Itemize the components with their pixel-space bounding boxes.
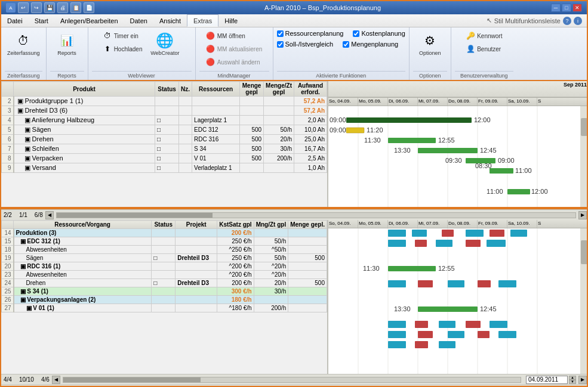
zeiterfassung-btn[interactable]: ⏱ Zeiterfassung	[5, 30, 42, 57]
svg-text:12:45: 12:45	[480, 305, 497, 312]
cell-status-2	[155, 97, 179, 106]
date-up-btn[interactable]: ▲	[569, 376, 576, 380]
cell-rv-26: ▣ Verpackungsanlagen (2)	[14, 296, 152, 304]
auswahl-aendern-btn[interactable]: 🔴 Auswahl ändern	[204, 56, 265, 68]
table-row[interactable]: 7 ▣ Schleifen □ S 34 500 30/h 16,7 Ah	[2, 144, 327, 154]
new-btn[interactable]: 📄	[84, 2, 94, 13]
menu-anlegen[interactable]: Anlegen/Bearbeiten	[54, 14, 124, 27]
kennwort-btn[interactable]: 🔑 Kennwort	[463, 30, 504, 42]
svg-text:09:00: 09:00	[498, 157, 515, 164]
close-btn[interactable]: ✕	[572, 4, 582, 12]
date-nav-input[interactable]	[526, 376, 568, 384]
timer-ein-btn[interactable]: ⏱ Timer ein	[100, 30, 145, 42]
lower-left-pane: Ressource/Vorgang Status Projekt KstSatz…	[1, 220, 328, 374]
col-num-lower	[2, 221, 14, 229]
scroll-right-btn[interactable]: ▶	[578, 211, 587, 219]
col-menge-gepl: Mengegepl	[240, 82, 264, 97]
table-row[interactable]: 2 ▣ Produktgruppe 1 (1) 57,2 Ah	[2, 97, 327, 106]
lower-scroll-right-btn[interactable]: ▶	[578, 376, 587, 384]
cell-produkt-9: ▣ Versand	[14, 163, 155, 173]
cell-nz-7	[179, 144, 192, 154]
webcreator-btn[interactable]: 🌐 WebCreator	[147, 30, 183, 57]
date-down-btn[interactable]: ▼	[569, 380, 576, 384]
svg-text:13:30: 13:30	[394, 147, 411, 154]
soll-istvergleich-check[interactable]: Soll-/Istvergleich	[277, 41, 334, 48]
lower-scroll-track[interactable]	[63, 377, 521, 383]
table-row[interactable]: 4 ▣ Anlieferung Halbzeug □ Lagerplatz 1 …	[2, 116, 327, 125]
kostenplanung-checkbox[interactable]	[353, 30, 359, 37]
menu-daten[interactable]: Daten	[124, 14, 153, 27]
window-title: A-Plan 2010 – Bsp_Produktionsplanung	[94, 4, 551, 11]
menu-start[interactable]: Start	[29, 14, 54, 27]
table-row[interactable]: 3 ▣ Drehteil D3 (6) 57,2 Ah	[2, 106, 327, 116]
menu-extras[interactable]: Extras	[187, 14, 218, 27]
ressourcenplanung-check[interactable]: Ressourcenplanung	[277, 30, 344, 37]
print-btn[interactable]: 🖨	[57, 2, 68, 13]
upper-footer-counts3: 6/8	[35, 212, 43, 218]
minimize-btn[interactable]: ─	[551, 4, 561, 12]
svg-rect-47	[487, 240, 506, 247]
svg-text:09:30: 09:30	[445, 157, 462, 164]
table-row[interactable]: 8 ▣ Verpacken □ V 01 500 200/h 2,5 Ah	[2, 154, 327, 163]
cell-status-8: □	[155, 154, 179, 163]
table-row[interactable]: 25 ▣ S 34 (1) 300 €/h 30/h	[2, 287, 327, 296]
scroll-left-btn[interactable]: ◀	[45, 211, 54, 219]
table-row[interactable]: 5 ▣ Sägen □ EDC 312 500 50/h 10,0 Ah	[2, 125, 327, 135]
col-num-upper	[2, 82, 14, 97]
table-row[interactable]: 26 ▣ Verpackungsanlagen (2) 180 €/h	[2, 296, 327, 304]
hochladen-btn[interactable]: ⬆ Hochladen	[100, 43, 145, 55]
cell-status-3	[155, 106, 179, 116]
ressourcenplanung-checkbox[interactable]	[277, 30, 284, 37]
table-row[interactable]: 23 Abwesenheiten ^200 €/h ^20/h	[2, 271, 327, 279]
row-num-8: 8	[2, 154, 14, 163]
save-btn[interactable]: 💾	[44, 2, 55, 13]
table-row[interactable]: 27 ▣ V 01 (1) ^180 €/h 200/h	[2, 304, 327, 312]
table-row[interactable]: 15 ▣ EDC 312 (1) 250 €/h 50/h	[2, 237, 327, 246]
upper-gantt-pane: Sep 2011 So, 04.09. Mo, 05.09. Di, 06.09…	[328, 81, 588, 207]
svg-rect-63	[490, 321, 507, 328]
undo-btn[interactable]: ↩	[18, 2, 29, 13]
menu-ansicht[interactable]: Ansicht	[153, 14, 187, 27]
nav-row: |◀ ◀ ▶ ▶|	[1, 385, 588, 387]
redo-btn[interactable]: ↪	[31, 2, 42, 13]
table-row[interactable]: 14 Produktion (3) 200 €/h	[2, 229, 327, 237]
mengenplanung-checkbox[interactable]	[343, 41, 349, 48]
soll-istvergleich-checkbox[interactable]	[277, 41, 284, 48]
svg-rect-41	[490, 230, 504, 237]
table-row[interactable]: 24 Drehen □ Drehteil D3 200 €/h 20/h 500	[2, 279, 327, 287]
date-mi-07: Mi, 07.09.	[418, 98, 448, 106]
svg-rect-66	[448, 331, 464, 338]
cell-mng-zt-23: ^20/h	[254, 271, 288, 279]
question-icon[interactable]: ?	[563, 17, 571, 25]
table-row[interactable]: 6 ▣ Drehen □ RDC 316 500 20/h 25,0 Ah	[2, 135, 327, 144]
table-row[interactable]: 18 Abwesenheiten ^250 €/h ^50/h	[2, 246, 327, 254]
svg-rect-38	[412, 230, 427, 237]
menu-hilfe[interactable]: Hilfe	[218, 14, 244, 27]
optionen-btn[interactable]: ⚙ Optionen	[417, 30, 444, 57]
upper-scroll-track[interactable]	[56, 212, 576, 218]
mm-oeffnen-btn[interactable]: 🔴 MM öffnen	[204, 30, 265, 42]
table-row[interactable]: 19 Sägen □ Drehteil D3 250 €/h 50/h 500	[2, 254, 327, 262]
copy-btn[interactable]: 📋	[70, 2, 81, 13]
kostenplanung-check[interactable]: Kostenplanung	[353, 30, 405, 37]
svg-rect-11	[346, 128, 364, 133]
maximize-btn[interactable]: □	[562, 4, 571, 12]
cell-menge-5: 500	[240, 125, 264, 135]
mm-aktualisieren-btn[interactable]: 🔴 MM aktualisieren	[204, 43, 265, 55]
kostenplanung-label: Kostenplanung	[361, 30, 405, 37]
ressourcenplanung-label: Ressourcenplanung	[285, 30, 344, 37]
reports-btn[interactable]: 📊 Reports	[54, 30, 80, 57]
mengenplanung-check[interactable]: Mengenplanung	[343, 41, 398, 48]
menu-datei[interactable]: Datei	[1, 14, 29, 27]
cell-kstsatz-26: 180 €/h	[217, 296, 254, 304]
lower-footer-counts3: 4/6	[41, 376, 50, 383]
cell-mng-zt-26	[254, 296, 288, 304]
lower-date-di-06: Di, 06.09.	[388, 220, 418, 228]
info-icon[interactable]: i	[574, 17, 582, 25]
benutzer-btn[interactable]: 👤 Benutzer	[463, 43, 504, 55]
table-row[interactable]: 9 ▣ Versand □ Verladeplatz 1 1,0 Ah	[2, 163, 327, 173]
svg-rect-51	[388, 280, 406, 287]
lower-scroll-left-btn[interactable]: ◀	[52, 376, 60, 384]
table-row[interactable]: 20 ▣ RDC 316 (1) ^200 €/h ^20/h	[2, 262, 327, 271]
webcreator-label: WebCreator	[150, 50, 179, 56]
